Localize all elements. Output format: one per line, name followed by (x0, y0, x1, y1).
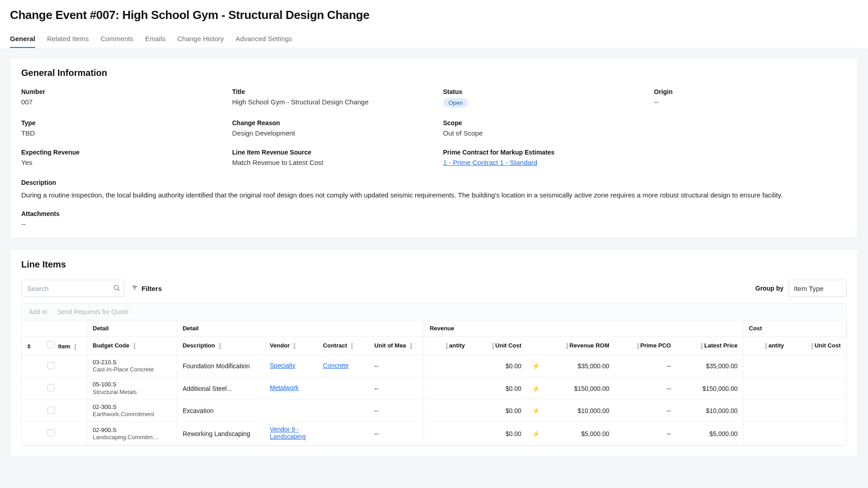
cell-cost-quantity (743, 377, 789, 400)
field-status: Status Open (443, 88, 636, 108)
field-line-item-revenue-source: Line Item Revenue Source Match Revenue t… (232, 149, 425, 166)
tab-emails[interactable]: Emails (145, 30, 165, 48)
add-to-button[interactable]: Add to (29, 308, 47, 315)
groupby-select[interactable]: Item Type (788, 280, 847, 297)
column-menu-icon[interactable] (134, 343, 135, 349)
number-value: 007 (21, 98, 214, 106)
search-input[interactable] (27, 285, 113, 292)
field-change-reason: Change Reason Design Development (232, 119, 425, 137)
cell-cost-quantity (743, 399, 789, 422)
groupby-value: Item Type (794, 285, 824, 292)
col-latest-price: Latest Price (704, 342, 738, 349)
cell-latest-price: $5,000.00 (676, 422, 743, 446)
bolt-icon: ⚡ (532, 407, 540, 414)
change-reason-label: Change Reason (232, 119, 425, 127)
column-menu-icon[interactable] (637, 343, 639, 349)
tabs: GeneralRelated ItemsCommentsEmailsChange… (10, 30, 858, 48)
tab-related-items[interactable]: Related Items (47, 30, 89, 48)
cell-description: Reworking Landscaping (177, 422, 264, 446)
prime-label: Prime Contract for Markup Estimates (443, 149, 636, 156)
cell-description: Additional Steel... (177, 377, 264, 400)
cell-prime-pco: -- (615, 399, 676, 422)
cell-bolt: ⚡ (527, 399, 548, 422)
status-badge: Open (443, 98, 468, 108)
column-menu-icon[interactable] (410, 343, 412, 349)
cell-revenue-rom: $150,000.00 (548, 377, 615, 400)
row-select[interactable] (42, 377, 87, 400)
send-rfq-button[interactable]: Send Requests for Quote (57, 308, 128, 315)
cell-revenue-rom: $10,000.00 (548, 399, 615, 422)
group-revenue: Revenue (424, 320, 743, 337)
field-expecting-revenue: Expecting Revenue Yes (21, 149, 214, 166)
column-menu-icon[interactable] (446, 343, 448, 349)
budget-code-value: 02-900.S (93, 427, 171, 434)
vendor-link[interactable]: Metalwork (270, 384, 299, 391)
col-prime-pco: Prime PCO (640, 342, 671, 349)
column-menu-icon[interactable] (566, 343, 568, 349)
cell-bolt: ⚡ (527, 422, 548, 446)
filters-button[interactable]: Filters (132, 285, 162, 292)
vendor-link[interactable]: Vendor 9 - Landscaping (270, 426, 306, 440)
tab-change-history[interactable]: Change History (177, 30, 224, 48)
column-menu-icon[interactable] (765, 343, 767, 349)
column-menu-icon[interactable] (219, 343, 221, 349)
sort-icon[interactable] (27, 344, 31, 349)
group-cost: Cost (743, 320, 846, 337)
row-select[interactable] (42, 399, 87, 422)
column-menu-icon[interactable] (351, 343, 353, 349)
cell-cost-quantity (743, 355, 789, 377)
column-menu-icon[interactable] (701, 343, 703, 349)
field-origin: Origin -- (654, 88, 847, 108)
svg-point-0 (114, 285, 118, 289)
search-box[interactable] (21, 280, 124, 297)
cell-cost-unit-cost (789, 355, 846, 377)
attachments-label: Attachments (21, 210, 847, 217)
contract-link[interactable]: Concrete (323, 362, 349, 369)
budget-code-value: 02-300.S (93, 404, 171, 411)
prime-contract-link[interactable]: 1 - Prime Contract 1 - Standard (443, 159, 537, 166)
vendor-link[interactable]: Specialty (270, 362, 296, 369)
cell-revenue-rom: $35,000.00 (548, 355, 615, 377)
col-item: Item (58, 343, 71, 350)
description-text: During a routine inspection, the local b… (21, 190, 847, 200)
field-scope: Scope Out of Scope (443, 119, 636, 137)
column-menu-icon[interactable] (294, 343, 295, 349)
cell-uom: -- (369, 399, 424, 422)
table-row: 03-210.SCast-In-Place ConcreteFoundation… (22, 355, 846, 377)
row-select[interactable] (42, 355, 87, 377)
row-checkbox[interactable] (47, 429, 55, 436)
row-checkbox[interactable] (47, 407, 55, 414)
cell-cost-quantity (743, 422, 789, 446)
cell-unit-cost: $0.00 (470, 355, 527, 377)
tab-comments[interactable]: Comments (100, 30, 133, 48)
row-checkbox[interactable] (47, 384, 55, 391)
column-menu-icon[interactable] (811, 343, 813, 349)
cell-contract: Concrete (317, 355, 369, 377)
origin-label: Origin (654, 88, 847, 95)
column-menu-icon[interactable] (492, 343, 494, 349)
tab-general[interactable]: General (10, 30, 35, 48)
cell-prime-pco: -- (615, 422, 676, 446)
cell-budget-code: 05-100.SStructural Metals (87, 377, 177, 400)
field-type: Type TBD (21, 119, 214, 137)
cell-quantity (424, 355, 470, 377)
column-menu-icon[interactable] (75, 344, 76, 350)
row-spacer (22, 377, 42, 400)
type-value: TBD (21, 129, 214, 137)
field-number: Number 007 (21, 88, 214, 108)
cell-cost-unit-cost (789, 377, 846, 400)
table-row: 05-100.SStructural MetalsAdditional Stee… (22, 377, 846, 400)
attachments-block: Attachments -- (21, 210, 847, 228)
row-select[interactable] (42, 422, 87, 446)
table-row: 02-900.SLandscaping.CommitmentReworking … (22, 422, 846, 446)
cell-vendor: Metalwork (264, 377, 318, 400)
description-label: Description (21, 179, 847, 186)
row-checkbox[interactable] (47, 362, 55, 369)
cell-unit-cost: $0.00 (470, 422, 527, 446)
budget-code-sub: Structural Metals (93, 389, 160, 396)
tab-advanced-settings[interactable]: Advanced Settings (236, 30, 292, 48)
change-reason-value: Design Development (232, 129, 425, 137)
col-uom: Unit of Mea (374, 342, 406, 349)
select-all-checkbox[interactable] (47, 341, 55, 348)
cell-latest-price: $150,000.00 (676, 377, 743, 400)
